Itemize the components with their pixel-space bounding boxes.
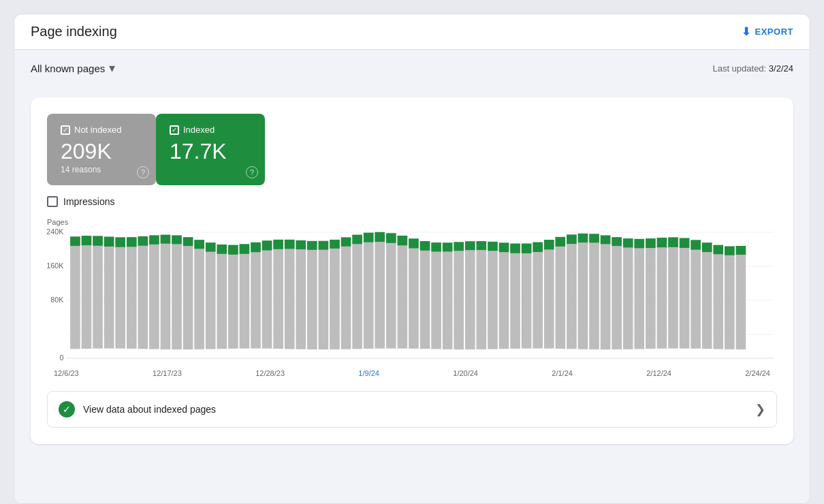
- svg-rect-125: [725, 247, 735, 349]
- card: Not indexed 209K 14 reasons ? Indexed 17…: [31, 97, 793, 444]
- svg-rect-124: [713, 245, 723, 254]
- impressions-checkbox[interactable]: [47, 196, 58, 207]
- svg-rect-96: [556, 237, 566, 247]
- x-label-0: 12/6/23: [54, 369, 79, 377]
- indexed-checkbox[interactable]: [170, 125, 179, 135]
- view-data-text: View data about indexed pages: [83, 404, 216, 415]
- svg-rect-82: [477, 241, 487, 250]
- indexed-label: Indexed: [183, 125, 215, 135]
- svg-rect-42: [251, 242, 261, 252]
- svg-rect-120: [691, 240, 701, 249]
- svg-rect-90: [522, 244, 532, 253]
- indexed-help-icon[interactable]: ?: [246, 166, 258, 178]
- svg-rect-81: [477, 241, 487, 349]
- indexed-label-row: Indexed: [170, 125, 251, 135]
- chevron-right-icon: ❯: [755, 402, 765, 417]
- svg-rect-39: [240, 244, 250, 348]
- svg-rect-80: [465, 241, 475, 250]
- main-window: Page indexing ⬇ EXPORT All known pages ▾…: [14, 14, 810, 504]
- svg-rect-32: [194, 240, 204, 249]
- svg-rect-30: [183, 237, 193, 246]
- svg-rect-24: [149, 235, 159, 244]
- svg-rect-9: [70, 236, 80, 349]
- svg-rect-51: [307, 241, 317, 349]
- export-label: EXPORT: [755, 27, 793, 37]
- svg-rect-77: [454, 242, 464, 349]
- svg-rect-20: [127, 237, 137, 247]
- x-label-6: 2/12/24: [646, 369, 671, 377]
- svg-rect-67: [398, 236, 408, 349]
- svg-text:160K: 160K: [47, 262, 64, 270]
- svg-rect-11: [82, 236, 92, 349]
- svg-rect-54: [319, 241, 329, 250]
- not-indexed-sub: 14 reasons: [61, 165, 142, 174]
- not-indexed-checkbox[interactable]: [61, 125, 70, 135]
- svg-rect-103: [601, 236, 611, 350]
- svg-rect-72: [420, 241, 430, 251]
- view-data-left: ✓ View data about indexed pages: [59, 401, 216, 418]
- svg-rect-19: [127, 237, 137, 349]
- impressions-row: Impressions: [47, 196, 777, 207]
- svg-rect-18: [115, 237, 125, 247]
- svg-rect-14: [93, 236, 103, 245]
- svg-rect-46: [273, 240, 283, 249]
- svg-rect-59: [352, 235, 362, 349]
- svg-rect-53: [319, 241, 329, 349]
- svg-rect-99: [578, 234, 588, 349]
- chart-y-label: Pages: [47, 218, 777, 226]
- svg-rect-75: [443, 242, 453, 349]
- svg-rect-48: [285, 240, 295, 249]
- svg-rect-76: [443, 242, 453, 251]
- svg-rect-79: [465, 241, 475, 349]
- svg-rect-43: [262, 240, 272, 348]
- pages-dropdown[interactable]: All known pages ▾: [31, 61, 115, 76]
- svg-rect-110: [634, 239, 644, 249]
- view-data-link[interactable]: ✓ View data about indexed pages ❯: [47, 391, 777, 428]
- svg-rect-50: [296, 240, 306, 249]
- x-label-3: 1/9/24: [358, 369, 379, 377]
- svg-rect-109: [634, 239, 644, 349]
- svg-rect-121: [702, 242, 712, 349]
- svg-rect-83: [488, 242, 498, 349]
- chart-area: Pages 240K 160K 80K 0: [47, 218, 777, 377]
- svg-rect-106: [612, 237, 622, 246]
- svg-text:80K: 80K: [50, 296, 64, 304]
- x-label-4: 1/20/24: [453, 369, 478, 377]
- svg-rect-37: [228, 245, 238, 349]
- svg-rect-56: [330, 240, 340, 249]
- not-indexed-label: Not indexed: [74, 125, 121, 135]
- svg-rect-49: [296, 240, 306, 349]
- svg-rect-114: [657, 238, 667, 247]
- svg-rect-73: [431, 242, 441, 349]
- svg-rect-101: [589, 234, 599, 349]
- svg-rect-95: [556, 237, 566, 349]
- dropdown-label: All known pages: [31, 63, 105, 74]
- not-indexed-value: 209K: [61, 140, 142, 162]
- not-indexed-label-row: Not indexed: [61, 125, 142, 135]
- svg-rect-86: [499, 242, 509, 252]
- svg-rect-40: [240, 244, 250, 253]
- x-label-1: 12/17/23: [153, 369, 182, 377]
- not-indexed-help-icon[interactable]: ?: [137, 166, 149, 178]
- svg-rect-26: [161, 235, 171, 244]
- svg-text:240K: 240K: [47, 229, 64, 236]
- svg-rect-104: [601, 236, 611, 245]
- svg-rect-123: [713, 245, 723, 349]
- svg-rect-89: [522, 244, 532, 349]
- svg-rect-29: [183, 237, 193, 349]
- svg-rect-122: [702, 242, 712, 252]
- svg-rect-78: [454, 242, 464, 251]
- svg-rect-34: [206, 242, 216, 251]
- svg-rect-100: [578, 234, 588, 242]
- svg-rect-97: [567, 234, 577, 349]
- svg-rect-68: [398, 236, 408, 245]
- svg-rect-93: [544, 240, 554, 349]
- svg-rect-70: [409, 238, 419, 248]
- svg-rect-57: [341, 238, 351, 349]
- svg-text:0: 0: [59, 353, 63, 362]
- svg-rect-128: [736, 246, 746, 255]
- export-button[interactable]: ⬇ EXPORT: [742, 25, 793, 38]
- svg-rect-28: [172, 236, 182, 245]
- svg-rect-52: [307, 241, 317, 250]
- svg-rect-85: [499, 242, 509, 349]
